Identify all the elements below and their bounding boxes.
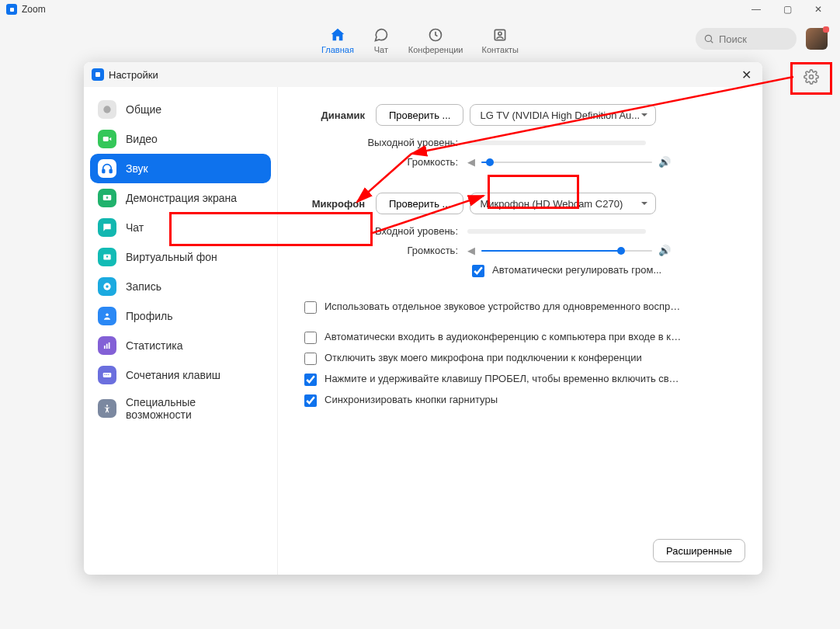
svg-rect-16 <box>106 344 108 349</box>
video-icon <box>98 130 116 148</box>
input-level-label: Входной уровень: <box>298 225 467 237</box>
clock-icon <box>427 26 444 43</box>
modal-titlebar: Настройки ✕ <box>84 62 762 87</box>
sidebar-item-label: Профиль <box>126 310 172 322</box>
space-unmute-label: Нажмите и удерживайте клавишу ПРОБЕЛ, чт… <box>325 373 682 384</box>
input-level-meter <box>467 229 646 234</box>
test-speaker-button[interactable]: Проверить ... <box>376 104 463 126</box>
zoom-small-icon <box>92 68 104 81</box>
sidebar-item-label: Специальные возможности <box>126 396 263 421</box>
virtual-background-icon <box>98 248 116 266</box>
modal-close-button[interactable]: ✕ <box>738 68 755 82</box>
sidebar-item-share[interactable]: Демонстрация экрана <box>90 183 271 213</box>
sidebar-item-label: Виртуальный фон <box>126 251 217 263</box>
test-mic-button[interactable]: Проверить ... <box>376 193 463 214</box>
window-title: Zoom <box>22 4 46 15</box>
gear-small-icon <box>98 100 116 119</box>
volume-low-icon: ◀ <box>467 156 475 168</box>
nav-contacts-label: Контакты <box>482 45 519 54</box>
output-level-meter <box>467 141 646 145</box>
sidebar-item-accessibility[interactable]: Специальные возможности <box>90 390 271 427</box>
nav-chat-label: Чат <box>374 45 388 54</box>
top-nav: Главная Чат Конференции Контакты Поиск <box>0 19 840 59</box>
output-level-label: Выходной уровень: <box>298 137 467 148</box>
sidebar-item-label: Звук <box>126 162 148 175</box>
mic-volume-label: Громкость: <box>298 245 467 256</box>
gear-icon[interactable] <box>804 74 819 87</box>
svg-point-11 <box>106 255 108 257</box>
auto-join-audio-checkbox[interactable] <box>304 332 317 344</box>
dedicated-device-checkbox[interactable] <box>304 301 317 314</box>
space-unmute-checkbox[interactable] <box>304 374 317 386</box>
nav-meetings-label: Конференции <box>408 45 463 54</box>
dedicated-device-label: Использовать отдельное звуковое устройст… <box>325 301 682 312</box>
sidebar-item-label: Чат <box>126 221 144 234</box>
window-maximize-button[interactable]: ▢ <box>772 0 803 19</box>
search-icon <box>703 33 714 44</box>
mic-device-value: Микрофон (HD Webcam C270) <box>480 198 623 210</box>
speaker-device-value: LG TV (NVIDIA High Definition Au... <box>480 109 640 121</box>
search-placeholder: Поиск <box>719 33 747 45</box>
nav-home[interactable]: Главная <box>321 23 354 54</box>
nav-meetings[interactable]: Конференции <box>408 23 463 54</box>
record-icon <box>98 277 116 296</box>
mute-on-join-checkbox[interactable] <box>304 353 317 365</box>
titlebar: Zoom — ▢ ✕ <box>0 0 840 19</box>
sync-headset-checkbox[interactable] <box>304 394 317 407</box>
contacts-icon <box>491 26 509 43</box>
speaker-device-select[interactable]: LG TV (NVIDIA High Definition Au... <box>470 104 656 126</box>
svg-rect-8 <box>109 169 112 172</box>
svg-point-2 <box>498 32 502 35</box>
search-input[interactable]: Поиск <box>696 28 797 50</box>
profile-icon <box>98 307 116 325</box>
mic-device-select[interactable]: Микрофон (HD Webcam C270) <box>470 193 656 214</box>
svg-point-5 <box>103 106 110 113</box>
mic-section-label: Микрофон <box>298 198 376 210</box>
sidebar-item-profile[interactable]: Профиль <box>90 301 271 331</box>
mute-on-join-label: Отключить звук моего микрофона при подкл… <box>325 352 642 363</box>
settings-sidebar: Общие Видео Звук Демонстрация экрана Чат… <box>84 87 278 575</box>
sidebar-item-video[interactable]: Видео <box>90 124 271 154</box>
chat-bubble-icon <box>98 218 116 237</box>
speaker-volume-label: Громкость: <box>298 156 467 168</box>
svg-point-14 <box>106 314 109 317</box>
sidebar-item-record[interactable]: Запись <box>90 272 271 301</box>
auto-mic-checkbox[interactable] <box>472 265 484 277</box>
sidebar-item-label: Видео <box>126 133 158 145</box>
auto-mic-label: Автоматически регулировать гром... <box>492 264 661 276</box>
sidebar-item-keys[interactable]: Сочетания клавиш <box>90 360 271 390</box>
sidebar-item-general[interactable]: Общие <box>90 95 271 124</box>
mic-volume-slider[interactable] <box>481 245 652 256</box>
sync-headset-label: Синхронизировать кнопки гарнитуры <box>325 394 498 405</box>
avatar[interactable] <box>806 28 828 50</box>
modal-title: Настройки <box>109 69 158 81</box>
volume-low-icon: ◀ <box>467 245 475 256</box>
volume-high-icon: 🔊 <box>658 156 671 168</box>
speaker-volume-slider[interactable] <box>481 157 652 168</box>
sidebar-item-chat[interactable]: Чат <box>90 213 271 242</box>
nav-home-label: Главная <box>321 45 354 54</box>
settings-modal: Настройки ✕ Общие Видео Звук Демонстраци… <box>84 62 762 575</box>
sidebar-item-vback[interactable]: Виртуальный фон <box>90 242 271 272</box>
svg-rect-20 <box>106 374 107 375</box>
share-screen-icon <box>98 189 116 207</box>
svg-point-4 <box>810 75 814 79</box>
sidebar-item-stats[interactable]: Статистика <box>90 331 271 360</box>
sidebar-item-label: Статистика <box>126 339 183 352</box>
home-icon <box>329 26 346 43</box>
svg-point-22 <box>106 405 108 406</box>
sidebar-item-label: Демонстрация экрана <box>126 192 237 204</box>
sidebar-item-label: Сочетания клавиш <box>126 369 220 381</box>
window-close-button[interactable]: ✕ <box>803 0 834 19</box>
settings-content-audio: Динамик Проверить ... LG TV (NVIDIA High… <box>278 87 762 575</box>
keyboard-icon <box>98 366 116 384</box>
svg-rect-21 <box>108 374 109 375</box>
svg-rect-6 <box>103 137 109 141</box>
sidebar-item-label: Запись <box>126 280 161 293</box>
window-minimize-button[interactable]: — <box>741 0 772 19</box>
nav-chat[interactable]: Чат <box>373 23 390 54</box>
nav-contacts[interactable]: Контакты <box>482 23 519 54</box>
advanced-button[interactable]: Расширенные <box>653 539 745 562</box>
sidebar-item-audio[interactable]: Звук <box>90 154 271 183</box>
speaker-section-label: Динамик <box>298 109 376 121</box>
